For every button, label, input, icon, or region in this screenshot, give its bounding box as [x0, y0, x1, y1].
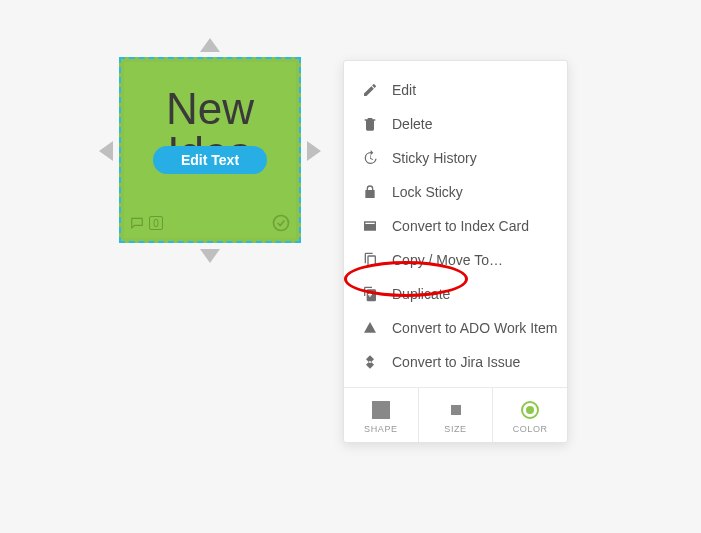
tab-color[interactable]: COLOR	[492, 388, 567, 442]
svg-point-0	[274, 216, 289, 231]
menu-item-delete[interactable]: Delete	[344, 107, 567, 141]
shape-icon	[372, 401, 390, 419]
tab-color-label: COLOR	[493, 424, 567, 434]
menu-item-history[interactable]: Sticky History	[344, 141, 567, 175]
arrow-right-handle[interactable]	[307, 141, 321, 161]
menu-label: Convert to Jira Issue	[392, 354, 520, 370]
tab-size[interactable]: SIZE	[418, 388, 493, 442]
menu-item-lock[interactable]: Lock Sticky	[344, 175, 567, 209]
edit-text-button[interactable]: Edit Text	[153, 146, 267, 174]
trash-icon	[362, 116, 378, 132]
arrow-down-handle[interactable]	[200, 249, 220, 263]
size-icon	[451, 405, 461, 415]
pencil-icon	[362, 82, 378, 98]
tab-shape[interactable]: SHAPE	[344, 388, 418, 442]
comment-icon[interactable]	[129, 216, 145, 230]
status-check-icon[interactable]	[271, 213, 291, 233]
index-card-icon	[362, 218, 378, 234]
copy-move-icon	[362, 252, 378, 268]
sticky-note[interactable]: New Idea Edit Text 0	[119, 57, 301, 243]
menu-label: Lock Sticky	[392, 184, 463, 200]
menu-label: Edit	[392, 82, 416, 98]
edit-text-label: Edit Text	[181, 152, 239, 168]
jira-icon	[362, 354, 378, 370]
duplicate-icon	[362, 286, 378, 302]
tab-shape-label: SHAPE	[344, 424, 418, 434]
tab-size-label: SIZE	[419, 424, 493, 434]
arrow-up-handle[interactable]	[200, 38, 220, 52]
color-icon	[521, 401, 539, 419]
history-icon	[362, 150, 378, 166]
menu-label: Convert to Index Card	[392, 218, 529, 234]
arrow-left-handle[interactable]	[99, 141, 113, 161]
lock-icon	[362, 184, 378, 200]
comment-count[interactable]: 0	[149, 216, 163, 230]
menu-item-convert-jira[interactable]: Convert to Jira Issue	[344, 345, 567, 379]
menu-item-duplicate[interactable]: Duplicate	[344, 277, 567, 311]
menu-label: Delete	[392, 116, 432, 132]
context-menu: Edit Delete Sticky History Lock Sticky C…	[343, 60, 568, 443]
menu-bottom-tabs: SHAPE SIZE COLOR	[344, 387, 567, 442]
menu-item-convert-ado[interactable]: Convert to ADO Work Item	[344, 311, 567, 345]
menu-label: Convert to ADO Work Item	[392, 320, 557, 336]
menu-item-edit[interactable]: Edit	[344, 73, 567, 107]
menu-label: Duplicate	[392, 286, 450, 302]
sticky-text-line1: New	[121, 87, 299, 131]
ado-icon	[362, 320, 378, 336]
menu-item-copy-move[interactable]: Copy / Move To…	[344, 243, 567, 277]
menu-item-convert-index[interactable]: Convert to Index Card	[344, 209, 567, 243]
menu-label: Sticky History	[392, 150, 477, 166]
menu-label: Copy / Move To…	[392, 252, 503, 268]
sticky-footer: 0	[129, 211, 291, 235]
